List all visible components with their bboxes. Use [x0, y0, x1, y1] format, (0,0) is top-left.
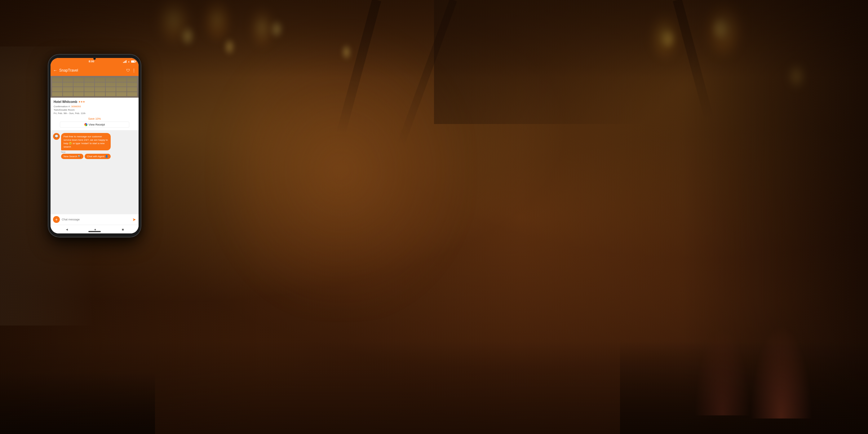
view-receipt-button[interactable]: View Receipt	[60, 122, 129, 128]
chat-area: 💬 Feel free to message our customer serv…	[51, 130, 138, 214]
quick-replies: New Search 🔍 Chat with Agent 👤	[61, 154, 111, 159]
app-bar-icons: 🛡 ⋮	[126, 68, 136, 73]
hotel-image-overlay	[51, 76, 138, 98]
more-menu-icon[interactable]: ⋮	[132, 68, 136, 73]
status-icons: ▲	[123, 60, 135, 63]
send-button[interactable]: ➤	[132, 217, 136, 222]
app-title: SnapTravel	[59, 68, 124, 72]
hotel-info-card: Hotel Whitcomb ★★★ Confirmation #: 30980…	[51, 98, 138, 130]
back-button[interactable]: ←	[53, 68, 57, 73]
battery-fill	[131, 61, 134, 62]
signal-bar-4	[126, 60, 126, 63]
battery-icon	[131, 60, 135, 63]
chat-agent-button[interactable]: Chat with Agent 👤	[85, 154, 111, 159]
phone-screen: 8:00 ▲ ← SnapTravel	[51, 58, 138, 234]
chat-bubble-wrapper: Feel free to message our customer servic…	[61, 133, 111, 159]
chat-message-container: 💬 Feel free to message our customer serv…	[53, 133, 136, 159]
status-time: 8:00	[89, 60, 94, 63]
wifi-icon: ▲	[128, 60, 130, 63]
chat-timestamp: Now	[61, 151, 111, 153]
back-nav-icon[interactable]: ◄	[65, 227, 68, 231]
chat-bot-icon: 💬	[55, 134, 58, 138]
hotel-confirmation: Confirmation #: 3098093	[54, 105, 135, 108]
chat-message-input[interactable]	[62, 218, 130, 221]
signal-bar-1	[123, 62, 124, 63]
hotel-room-type: Twin/Double Room	[54, 108, 135, 112]
hotel-name-row: Hotel Whitcomb ★★★	[54, 100, 135, 103]
hotel-name: Hotel Whitcomb	[54, 100, 77, 103]
hotel-dates: Fri, Feb. 9th - Sun, Feb. 11th	[54, 112, 135, 115]
google-icon	[84, 123, 87, 126]
recent-apps-icon[interactable]: ■	[122, 227, 124, 231]
app-bar: ← SnapTravel 🛡 ⋮	[51, 65, 138, 76]
chat-bubble: Feel free to message our customer servic…	[61, 133, 111, 151]
view-receipt-label: View Receipt	[89, 123, 105, 126]
phone-camera	[93, 57, 96, 60]
chat-bot-avatar: 💬	[53, 133, 60, 140]
phone-device: 8:00 ▲ ← SnapTravel	[48, 54, 141, 237]
shield-icon: 🛡	[126, 68, 130, 72]
home-nav-icon[interactable]: ●	[94, 227, 96, 231]
signal-bar-3	[125, 61, 126, 63]
signal-bars	[123, 60, 126, 63]
confirmation-label: Confirmation #:	[54, 105, 71, 108]
chat-input-area: + ➤	[51, 214, 138, 225]
phone-outer-shell: 8:00 ▲ ← SnapTravel	[48, 54, 141, 237]
add-attachment-button[interactable]: +	[53, 216, 60, 223]
phone-home-bar	[88, 231, 101, 232]
hotel-image	[51, 76, 138, 98]
signal-bar-2	[124, 61, 125, 63]
confirmation-number[interactable]: 3098093	[71, 105, 81, 108]
save-offer: Save 10%	[54, 117, 135, 120]
new-search-button[interactable]: New Search 🔍	[61, 154, 83, 159]
hotel-stars: ★★★	[79, 100, 85, 103]
